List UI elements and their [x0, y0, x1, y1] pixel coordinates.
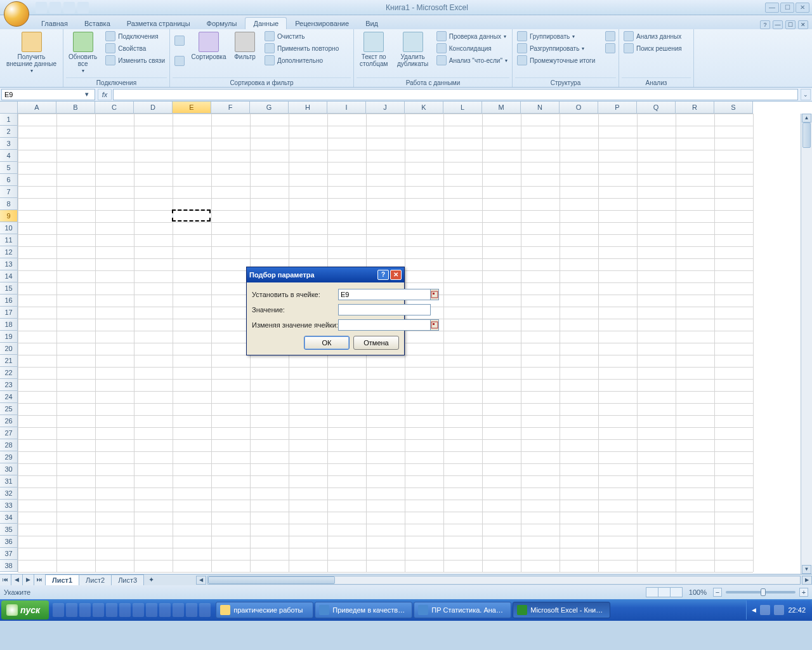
- ribbon-tab-Данные[interactable]: Данные: [245, 17, 287, 29]
- col-header-H[interactable]: H: [289, 102, 327, 114]
- col-header-G[interactable]: G: [250, 102, 289, 114]
- row-header-1[interactable]: 1: [0, 114, 18, 126]
- consolidate-button[interactable]: Консолидация: [435, 43, 509, 54]
- row-header-36[interactable]: 36: [0, 536, 18, 548]
- row-header-8[interactable]: 8: [0, 198, 18, 210]
- ql-icon[interactable]: [93, 603, 104, 617]
- doc-close-button[interactable]: ✕: [798, 20, 808, 29]
- clock[interactable]: 22:42: [788, 606, 806, 614]
- col-header-R[interactable]: R: [676, 102, 714, 114]
- cells[interactable]: [18, 114, 801, 574]
- row-header-21[interactable]: 21: [0, 355, 18, 367]
- row-header-17[interactable]: 17: [0, 307, 18, 319]
- row-header-11[interactable]: 11: [0, 234, 18, 246]
- dialog-close-button[interactable]: ✕: [390, 270, 402, 280]
- col-header-D[interactable]: D: [134, 102, 173, 114]
- sort-button[interactable]: Сортировка: [190, 30, 227, 62]
- connections-button[interactable]: Подключения: [103, 30, 167, 42]
- zoom-slider[interactable]: [726, 591, 796, 594]
- taskbar-task[interactable]: Microsoft Excel - Кни…: [513, 602, 610, 618]
- ok-button[interactable]: ОК: [304, 336, 350, 350]
- row-header-19[interactable]: 19: [0, 331, 18, 343]
- ribbon-tab-Вид[interactable]: Вид: [357, 17, 386, 29]
- view-normal-button[interactable]: [646, 587, 658, 597]
- ql-icon[interactable]: [79, 603, 91, 617]
- set-cell-refpicker[interactable]: [431, 289, 439, 300]
- changing-cell-refpicker[interactable]: [431, 319, 439, 331]
- hscroll-track[interactable]: [207, 576, 801, 585]
- value-input[interactable]: [338, 304, 431, 315]
- changing-cell-input[interactable]: [338, 319, 431, 331]
- sort-asc-button[interactable]: [173, 35, 187, 46]
- row-header-16[interactable]: 16: [0, 295, 18, 307]
- hide-detail-button[interactable]: [603, 43, 617, 54]
- row-header-26[interactable]: 26: [0, 415, 18, 427]
- ql-icon[interactable]: [186, 603, 197, 617]
- sheet-tab-Лист1[interactable]: Лист1: [45, 574, 79, 585]
- row-header-23[interactable]: 23: [0, 379, 18, 391]
- clear-filter-button[interactable]: Очистить: [263, 30, 341, 42]
- row-header-32[interactable]: 32: [0, 488, 18, 500]
- sheet-next-button[interactable]: ▶: [23, 574, 34, 585]
- refresh-all-button[interactable]: Обновить все: [66, 30, 100, 76]
- sheet-last-button[interactable]: ⏭: [34, 574, 46, 585]
- tray-icon[interactable]: [774, 605, 784, 615]
- group-button[interactable]: Группировать: [515, 30, 597, 42]
- show-detail-button[interactable]: [603, 30, 617, 42]
- dialog-titlebar[interactable]: Подбор параметра ? ✕: [247, 267, 404, 282]
- sheet-tab-Лист2[interactable]: Лист2: [79, 574, 112, 585]
- col-header-A[interactable]: A: [18, 102, 56, 114]
- formula-input[interactable]: [113, 89, 798, 100]
- row-header-14[interactable]: 14: [0, 270, 18, 282]
- row-header-18[interactable]: 18: [0, 319, 18, 331]
- view-page-layout-button[interactable]: [658, 587, 671, 597]
- row-header-24[interactable]: 24: [0, 391, 18, 403]
- row-header-7[interactable]: 7: [0, 186, 18, 198]
- row-header-20[interactable]: 20: [0, 343, 18, 355]
- ql-icon[interactable]: [146, 603, 157, 617]
- name-box[interactable]: E9 ▾: [1, 89, 95, 100]
- scroll-down-button[interactable]: ▼: [802, 565, 811, 574]
- col-header-K[interactable]: K: [405, 102, 443, 114]
- horizontal-scrollbar[interactable]: ◀ ▶: [196, 574, 812, 585]
- hscroll-thumb[interactable]: [208, 576, 335, 584]
- col-header-O[interactable]: O: [560, 102, 598, 114]
- vscroll-thumb[interactable]: [802, 123, 811, 148]
- row-header-28[interactable]: 28: [0, 439, 18, 451]
- advanced-filter-button[interactable]: Дополнительно: [263, 55, 341, 66]
- get-external-data-button[interactable]: Получить внешние данные: [3, 30, 60, 76]
- select-all-button[interactable]: [0, 102, 18, 114]
- ql-icon[interactable]: [173, 603, 184, 617]
- properties-button[interactable]: Свойства: [103, 43, 167, 54]
- sort-desc-button[interactable]: [173, 55, 187, 67]
- ungroup-button[interactable]: Разгруппировать: [515, 43, 597, 54]
- taskbar-task[interactable]: практические работы: [216, 602, 313, 618]
- data-analysis-button[interactable]: Анализ данных: [622, 30, 684, 42]
- row-header-5[interactable]: 5: [0, 162, 18, 174]
- office-button[interactable]: [4, 1, 29, 27]
- ribbon-tab-Вставка[interactable]: Вставка: [76, 17, 119, 29]
- row-header-34[interactable]: 34: [0, 512, 18, 524]
- reapply-button[interactable]: Применить повторно: [263, 43, 341, 54]
- col-header-I[interactable]: I: [327, 102, 366, 114]
- tray-expand-icon[interactable]: ◀: [752, 607, 756, 613]
- col-header-S[interactable]: S: [714, 102, 753, 114]
- row-header-9[interactable]: 9: [0, 210, 18, 222]
- zoom-out-button[interactable]: −: [713, 588, 722, 597]
- edit-links-button[interactable]: Изменить связи: [103, 55, 167, 66]
- col-header-N[interactable]: N: [521, 102, 560, 114]
- undo-icon[interactable]: [49, 2, 61, 13]
- scroll-right-button[interactable]: ▶: [802, 576, 812, 585]
- col-header-C[interactable]: C: [95, 102, 134, 114]
- row-header-29[interactable]: 29: [0, 451, 18, 463]
- ribbon-tab-Разметка страницы[interactable]: Разметка страницы: [119, 17, 199, 29]
- formula-expand-button[interactable]: ⌄: [801, 89, 811, 100]
- row-header-31[interactable]: 31: [0, 475, 18, 488]
- ql-icon[interactable]: [119, 603, 131, 617]
- row-header-12[interactable]: 12: [0, 246, 18, 258]
- zoom-label[interactable]: 100%: [686, 588, 709, 596]
- fx-button[interactable]: fx: [98, 89, 112, 100]
- dialog-help-button[interactable]: ?: [377, 270, 389, 280]
- row-header-37[interactable]: 37: [0, 548, 18, 560]
- save-icon[interactable]: [36, 2, 47, 13]
